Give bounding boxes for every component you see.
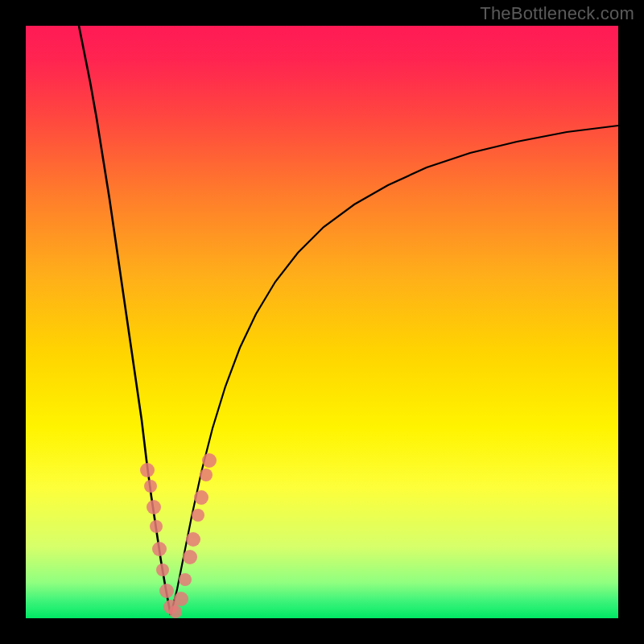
chart-frame: TheBottleneck.com: [0, 0, 644, 644]
data-marker: [140, 463, 155, 477]
data-marker: [147, 500, 161, 514]
data-marker: [194, 490, 208, 505]
curve-layer: [26, 26, 618, 618]
data-marker: [144, 480, 157, 493]
data-marker: [200, 469, 213, 481]
data-markers: [140, 453, 217, 618]
data-marker: [183, 550, 197, 564]
data-marker: [202, 453, 217, 468]
data-marker: [174, 592, 188, 606]
watermark-text: TheBottleneck.com: [480, 3, 634, 24]
data-marker: [152, 542, 167, 556]
data-marker: [186, 532, 200, 547]
data-marker: [159, 584, 174, 598]
data-marker: [192, 509, 204, 522]
curve-right-branch: [171, 126, 618, 615]
data-marker: [156, 564, 169, 576]
data-marker: [169, 605, 182, 618]
plot-area: [26, 26, 618, 618]
data-marker: [179, 573, 192, 586]
data-marker: [150, 520, 163, 533]
